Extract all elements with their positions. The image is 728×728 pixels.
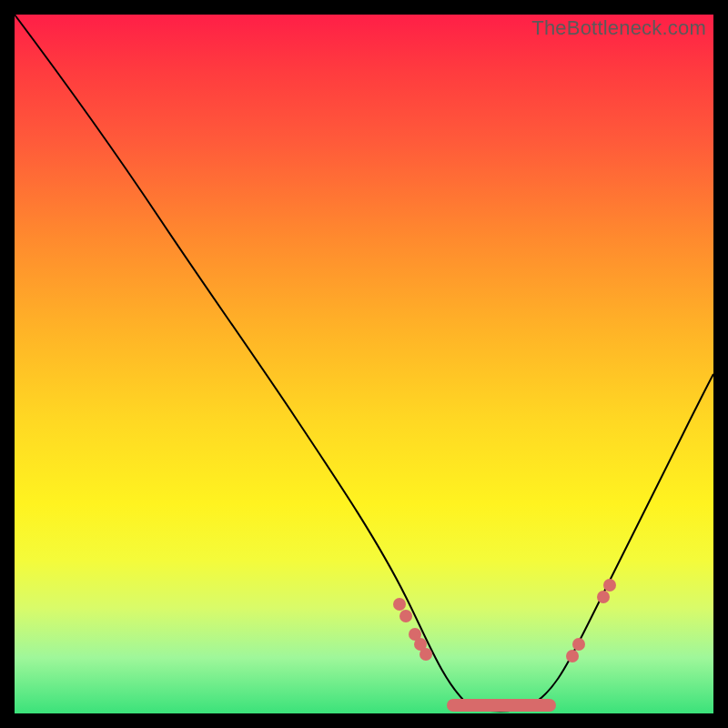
data-point [597,591,610,603]
data-point [393,598,406,611]
data-point [603,579,616,592]
optimal-range-marker [447,699,556,712]
data-point [420,648,432,661]
chart-frame: TheBottleneck.com [15,15,713,713]
data-point [399,610,412,622]
chart-svg [15,15,713,713]
data-point [566,650,579,662]
data-point [572,638,585,651]
bottleneck-curve [15,15,713,711]
